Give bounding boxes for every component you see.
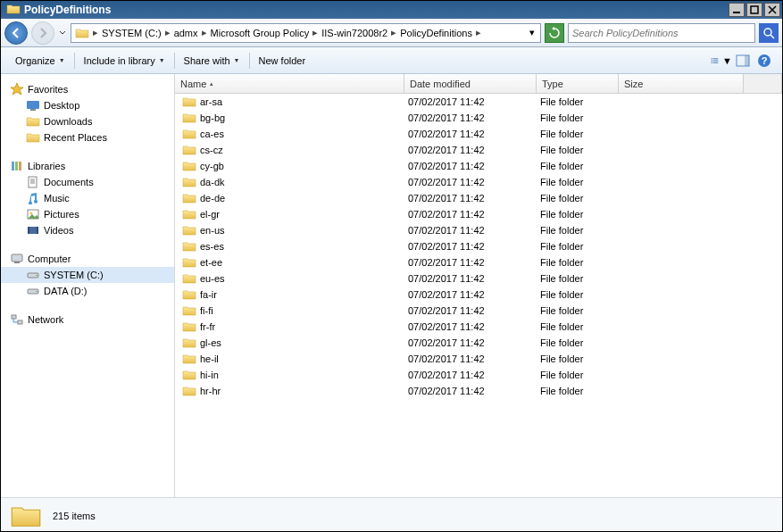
file-date: 07/02/2017 11:42 — [404, 96, 537, 107]
table-row[interactable]: he-il07/02/2017 11:42File folder — [175, 351, 782, 367]
status-bar: 215 items — [1, 497, 782, 532]
column-name[interactable]: Name▴ — [175, 74, 404, 93]
back-button[interactable] — [4, 21, 28, 45]
folder-icon — [182, 192, 196, 204]
folder-icon — [182, 128, 196, 140]
sidebar-item-documents[interactable]: Documents — [1, 174, 174, 190]
table-row[interactable]: ar-sa07/02/2017 11:42File folder — [175, 94, 782, 110]
view-options-button[interactable]: ▼ — [711, 52, 732, 70]
svg-rect-25 — [14, 262, 20, 263]
table-row[interactable]: da-dk07/02/2017 11:42File folder — [175, 174, 782, 190]
breadcrumb-sep[interactable]: ▸ — [389, 27, 398, 38]
breadcrumb-sep[interactable]: ▸ — [311, 27, 320, 38]
new-folder-button[interactable]: New folder — [252, 52, 313, 70]
include-in-library-button[interactable]: Include in library▼ — [77, 52, 172, 70]
nav-history-dropdown[interactable] — [58, 24, 67, 42]
breadcrumb-sep[interactable]: ▸ — [163, 27, 172, 38]
svg-rect-14 — [30, 109, 36, 111]
breadcrumb-item[interactable]: IIS-win72008r2 — [320, 28, 389, 38]
sidebar-item-pictures[interactable]: Pictures — [1, 206, 174, 222]
sidebar-item-system-c[interactable]: SYSTEM (C:) — [1, 267, 174, 283]
table-row[interactable]: fi-fi07/02/2017 11:42File folder — [175, 303, 782, 319]
folder-icon — [182, 272, 196, 285]
sidebar-network[interactable]: Network — [1, 312, 174, 328]
svg-rect-4 — [713, 58, 719, 59]
folder-icon — [6, 3, 21, 17]
column-type[interactable]: Type — [537, 74, 619, 93]
folder-icon — [182, 353, 196, 365]
separator — [74, 53, 75, 69]
videos-icon — [26, 224, 40, 237]
table-row[interactable]: cs-cz07/02/2017 11:42File folder — [175, 142, 782, 158]
table-row[interactable]: ca-es07/02/2017 11:42File folder — [175, 126, 782, 142]
share-with-button[interactable]: Share with▼ — [177, 52, 247, 70]
breadcrumb-bar[interactable]: ▸ SYSTEM (C:) ▸ admx ▸ Microsoft Group P… — [71, 23, 541, 43]
close-button[interactable] — [764, 3, 780, 17]
file-date: 07/02/2017 11:42 — [404, 289, 537, 300]
column-size[interactable]: Size — [619, 74, 744, 93]
maximize-button[interactable] — [746, 3, 762, 17]
drive-icon — [26, 269, 40, 281]
table-row[interactable]: bg-bg07/02/2017 11:42File folder — [175, 110, 782, 126]
svg-point-29 — [36, 291, 37, 293]
recent-icon — [26, 131, 40, 144]
sidebar-libraries[interactable]: Libraries — [1, 158, 174, 174]
sidebar-item-desktop[interactable]: Desktop — [1, 97, 174, 113]
sidebar-computer[interactable]: Computer — [1, 251, 174, 267]
sidebar-item-downloads[interactable]: Downloads — [1, 113, 174, 129]
breadcrumb-sep[interactable]: ▸ — [474, 27, 483, 38]
breadcrumb-dropdown[interactable]: ▾ — [526, 27, 538, 38]
folder-icon — [182, 112, 196, 124]
breadcrumb-item[interactable]: Microsoft Group Policy — [209, 28, 312, 38]
table-row[interactable]: cy-gb07/02/2017 11:42File folder — [175, 158, 782, 174]
file-date: 07/02/2017 11:42 — [404, 386, 537, 396]
table-row[interactable]: gl-es07/02/2017 11:42File folder — [175, 335, 782, 351]
file-date: 07/02/2017 11:42 — [404, 161, 537, 171]
file-date: 07/02/2017 11:42 — [404, 337, 537, 348]
svg-rect-18 — [29, 177, 37, 187]
search-input[interactable] — [569, 28, 754, 38]
network-icon — [10, 313, 24, 326]
table-row[interactable]: de-de07/02/2017 11:42File folder — [175, 190, 782, 206]
minimize-button[interactable] — [729, 3, 745, 17]
svg-point-27 — [36, 275, 37, 277]
file-name: da-dk — [200, 177, 225, 187]
table-row[interactable]: et-ee07/02/2017 11:42File folder — [175, 254, 782, 270]
music-icon — [26, 192, 40, 204]
file-date: 07/02/2017 11:42 — [404, 353, 537, 364]
svg-rect-22 — [28, 227, 29, 234]
file-date: 07/02/2017 11:42 — [404, 193, 537, 204]
preview-pane-button[interactable] — [732, 52, 754, 70]
forward-button[interactable] — [31, 21, 54, 45]
file-list[interactable]: ar-sa07/02/2017 11:42File folderbg-bg07/… — [175, 94, 782, 497]
search-button[interactable] — [759, 23, 779, 43]
table-row[interactable]: en-us07/02/2017 11:42File folder — [175, 222, 782, 238]
breadcrumb-item[interactable]: admx — [172, 28, 200, 38]
sidebar-favorites[interactable]: Favorites — [1, 81, 174, 97]
sidebar-item-data-d[interactable]: DATA (D:) — [1, 283, 174, 299]
table-row[interactable]: fr-fr07/02/2017 11:42File folder — [175, 319, 782, 335]
table-row[interactable]: eu-es07/02/2017 11:42File folder — [175, 270, 782, 287]
file-name: de-de — [200, 193, 225, 204]
sidebar-item-videos[interactable]: Videos — [1, 222, 174, 238]
breadcrumb-sep[interactable]: ▸ — [91, 27, 100, 38]
file-type: File folder — [537, 145, 619, 155]
breadcrumb-item[interactable]: SYSTEM (C:) — [100, 28, 163, 38]
table-row[interactable]: hi-in07/02/2017 11:42File folder — [175, 367, 782, 383]
breadcrumb-item[interactable]: PolicyDefinitions — [398, 28, 474, 38]
sidebar-item-recent[interactable]: Recent Places — [1, 129, 174, 145]
refresh-button[interactable] — [545, 23, 564, 43]
organize-button[interactable]: Organize▼ — [8, 52, 72, 70]
table-row[interactable]: es-es07/02/2017 11:42File folder — [175, 238, 782, 254]
svg-rect-1 — [751, 6, 758, 13]
table-row[interactable]: el-gr07/02/2017 11:42File folder — [175, 206, 782, 222]
column-date[interactable]: Date modified — [404, 74, 537, 93]
sidebar-item-music[interactable]: Music — [1, 190, 174, 206]
breadcrumb-sep[interactable]: ▸ — [200, 27, 209, 38]
sort-ascending-icon: ▴ — [210, 80, 213, 87]
table-row[interactable]: fa-ir07/02/2017 11:42File folder — [175, 287, 782, 303]
drive-icon — [26, 285, 40, 297]
table-row[interactable]: hr-hr07/02/2017 11:42File folder — [175, 383, 782, 399]
help-button[interactable]: ? — [754, 52, 775, 70]
search-box[interactable] — [568, 23, 755, 43]
